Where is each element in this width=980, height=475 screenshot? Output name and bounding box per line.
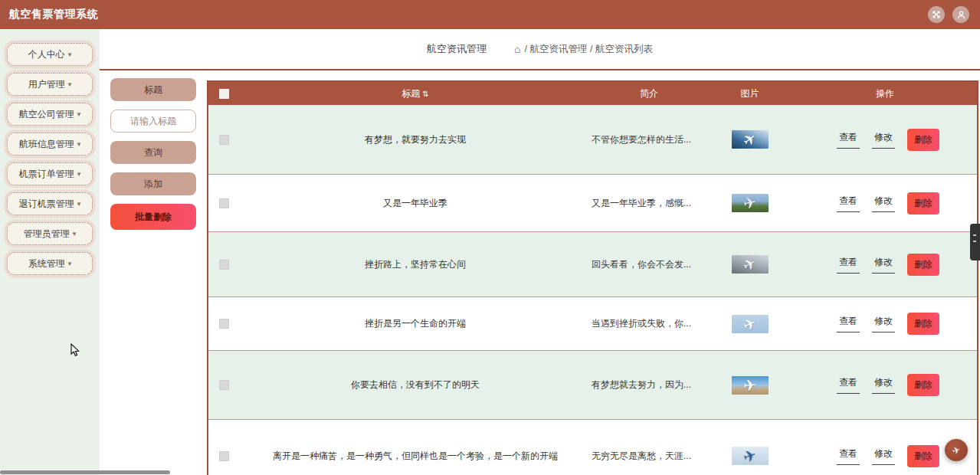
table-row: 挫折路上，坚持常在心间 回头看看，你会不会发... ✈ 查看 修改 删除 bbox=[208, 231, 977, 296]
edit-link[interactable]: 修改 bbox=[872, 315, 895, 332]
plane-icon: ✈ bbox=[742, 376, 757, 395]
row-intro: 又是一年毕业季，感慨... bbox=[592, 197, 706, 210]
view-link[interactable]: 查看 bbox=[837, 195, 860, 212]
row-intro: 无穷无尽是离愁，天涯... bbox=[592, 450, 706, 463]
table-body: 有梦想，就要努力去实现 不管你想要怎样的生活... ✈ 查看 修改 删除 又是一… bbox=[208, 105, 977, 475]
title-field-label: 标题 bbox=[110, 78, 196, 101]
row-checkbox[interactable] bbox=[219, 380, 229, 390]
sidebar-item-personal-center[interactable]: 个人中心▾ bbox=[7, 43, 93, 66]
query-button[interactable]: 查询 bbox=[110, 141, 196, 164]
chevron-down-icon: ▾ bbox=[68, 51, 72, 58]
column-header-title[interactable]: 标题 ⇅ bbox=[239, 87, 592, 100]
chevron-down-icon: ▾ bbox=[68, 80, 72, 88]
row-intro: 回头看看，你会不会发... bbox=[592, 258, 706, 271]
float-action-button[interactable]: ✈ bbox=[945, 439, 968, 461]
edit-link[interactable]: 修改 bbox=[872, 256, 895, 274]
row-image: ✈ bbox=[732, 315, 769, 333]
row-title: 挫折路上，坚持常在心间 bbox=[239, 258, 592, 271]
chevron-down-icon: ▾ bbox=[77, 170, 81, 178]
edit-link[interactable]: 修改 bbox=[872, 195, 895, 212]
row-title: 有梦想，就要努力去实现 bbox=[239, 133, 592, 146]
sidebar-item-label: 机票订单管理 bbox=[19, 168, 74, 181]
sidebar-item-admin-management[interactable]: 管理员管理▾ bbox=[7, 222, 93, 245]
row-checkbox[interactable] bbox=[219, 135, 229, 145]
row-checkbox[interactable] bbox=[219, 198, 229, 208]
breadcrumb-bar: 航空资讯管理 ⌂ / 航空资讯管理 / 航空资讯列表 bbox=[100, 29, 980, 70]
breadcrumb-path: / 航空资讯管理 / 航空资讯列表 bbox=[525, 43, 653, 56]
row-intro: 当遇到挫折或失败，你... bbox=[592, 317, 706, 330]
row-image: ✈ bbox=[732, 376, 769, 395]
delete-button[interactable]: 删除 bbox=[907, 313, 939, 335]
edit-link[interactable]: 修改 bbox=[872, 447, 895, 465]
view-link[interactable]: 查看 bbox=[837, 376, 860, 394]
sidebar-item-label: 航空公司管理 bbox=[19, 108, 74, 121]
horizontal-scrollbar-thumb[interactable] bbox=[0, 470, 170, 474]
home-icon: ⌂ bbox=[514, 43, 520, 55]
delete-button[interactable]: 删除 bbox=[907, 254, 939, 276]
sidebar-item-airline-company-management[interactable]: 航空公司管理▾ bbox=[7, 103, 93, 126]
chevron-down-icon: ▾ bbox=[73, 230, 77, 238]
row-checkbox[interactable] bbox=[219, 451, 229, 461]
sidebar-item-label: 航班信息管理 bbox=[19, 138, 74, 151]
delete-button[interactable]: 删除 bbox=[907, 445, 939, 467]
user-icon bbox=[956, 10, 966, 20]
delete-button[interactable]: 删除 bbox=[907, 192, 939, 215]
sidebar-item-label: 用户管理 bbox=[28, 78, 65, 91]
view-link[interactable]: 查看 bbox=[837, 131, 860, 149]
edit-link[interactable]: 修改 bbox=[872, 131, 895, 149]
column-header-actions: 操作 bbox=[793, 87, 977, 100]
row-image: ✈ bbox=[732, 255, 769, 274]
side-panel-handle[interactable] bbox=[970, 224, 980, 260]
row-title: 你要去相信，没有到不了的明天 bbox=[239, 378, 592, 391]
delete-button[interactable]: 删除 bbox=[907, 374, 939, 396]
view-link[interactable]: 查看 bbox=[837, 447, 860, 465]
sidebar-item-user-management[interactable]: 用户管理▾ bbox=[7, 73, 93, 96]
plane-icon: ✈ bbox=[739, 130, 760, 149]
plane-icon: ✈ bbox=[741, 447, 759, 465]
row-title: 离开是一种痛苦，是一种勇气，但同样也是一个考验，是一个新的开端 bbox=[239, 450, 592, 463]
column-header-image: 图片 bbox=[706, 87, 793, 100]
top-bar: 航空售票管理系统 bbox=[0, 0, 980, 29]
table-row: 挫折是另一个生命的开端 当遇到挫折或失败，你... ✈ 查看 修改 删除 bbox=[208, 296, 977, 350]
sort-icon[interactable]: ⇅ bbox=[422, 90, 428, 98]
chevron-down-icon: ▾ bbox=[68, 260, 72, 267]
app-title: 航空售票管理系统 bbox=[9, 8, 98, 21]
page-title: 航空资讯管理 bbox=[427, 42, 487, 56]
sidebar-item-ticket-order-management[interactable]: 机票订单管理▾ bbox=[7, 162, 93, 185]
view-link[interactable]: 查看 bbox=[837, 315, 860, 332]
fullscreen-button[interactable] bbox=[928, 6, 945, 23]
row-image: ✈ bbox=[732, 447, 769, 465]
breadcrumb: ⌂ / 航空资讯管理 / 航空资讯列表 bbox=[514, 43, 653, 56]
row-checkbox[interactable] bbox=[219, 319, 229, 329]
search-panel: 标题 查询 添加 批量删除 bbox=[100, 70, 207, 475]
table-header: 标题 ⇅ 简介 图片 操作 bbox=[208, 82, 977, 105]
batch-delete-button[interactable]: 批量删除 bbox=[110, 204, 196, 230]
sidebar: 个人中心▾ 用户管理▾ 航空公司管理▾ 航班信息管理▾ 机票订单管理▾ 退订机票… bbox=[0, 29, 100, 475]
news-table: 标题 ⇅ 简介 图片 操作 有梦想，就要努力去实现 不管你想要怎样的生活... … bbox=[207, 80, 978, 475]
sidebar-item-flight-info-management[interactable]: 航班信息管理▾ bbox=[7, 133, 93, 156]
view-link[interactable]: 查看 bbox=[837, 256, 860, 274]
sidebar-item-label: 管理员管理 bbox=[24, 228, 70, 241]
chevron-down-icon: ▾ bbox=[77, 200, 81, 208]
sidebar-item-ticket-refund-management[interactable]: 退订机票管理▾ bbox=[7, 192, 93, 215]
fullscreen-icon bbox=[932, 10, 941, 19]
chevron-down-icon: ▾ bbox=[77, 110, 81, 118]
sidebar-item-system-management[interactable]: 系统管理▾ bbox=[7, 252, 93, 275]
sidebar-item-label: 系统管理 bbox=[28, 257, 65, 270]
table-row: 又是一年毕业季 又是一年毕业季，感慨... ✈ 查看 修改 删除 bbox=[208, 174, 977, 231]
row-checkbox[interactable] bbox=[219, 260, 229, 270]
row-image: ✈ bbox=[732, 194, 769, 212]
chevron-down-icon: ▾ bbox=[77, 140, 81, 148]
row-title: 挫折是另一个生命的开端 bbox=[239, 317, 592, 330]
float-plane-icon: ✈ bbox=[951, 444, 961, 456]
title-input[interactable] bbox=[110, 110, 196, 133]
user-button[interactable] bbox=[952, 6, 969, 23]
select-all-checkbox[interactable] bbox=[219, 89, 229, 99]
row-intro: 不管你想要怎样的生活... bbox=[592, 133, 706, 146]
add-button[interactable]: 添加 bbox=[110, 172, 196, 195]
edit-link[interactable]: 修改 bbox=[872, 376, 895, 394]
plane-icon: ✈ bbox=[742, 194, 758, 212]
table-row: 你要去相信，没有到不了的明天 有梦想就去努力，因为... ✈ 查看 修改 删除 bbox=[208, 350, 977, 419]
delete-button[interactable]: 删除 bbox=[907, 129, 939, 151]
table-row: 离开是一种痛苦，是一种勇气，但同样也是一个考验，是一个新的开端 无穷无尽是离愁，… bbox=[208, 419, 977, 475]
